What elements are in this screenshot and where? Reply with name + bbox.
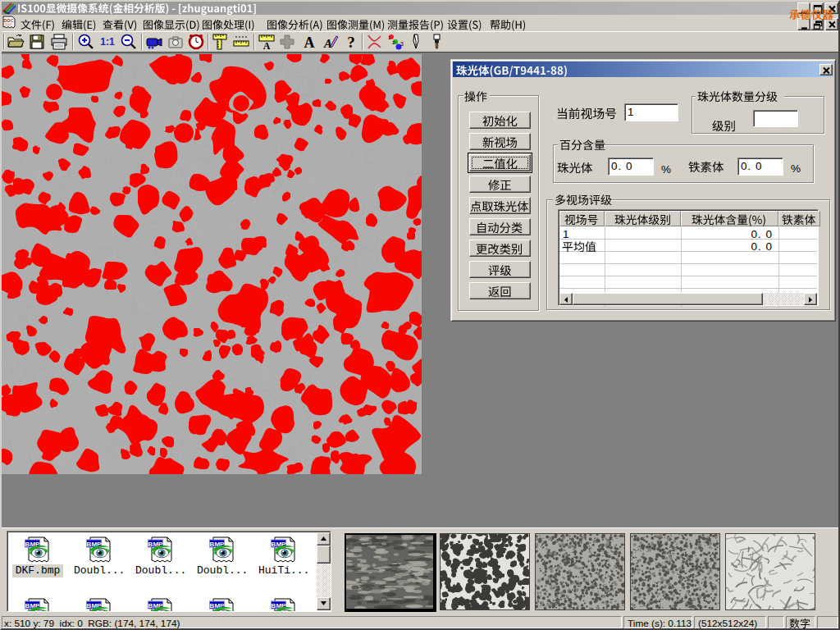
svg-text:3: 3 <box>400 41 404 47</box>
svg-text:?: ? <box>347 34 355 51</box>
svg-text:A: A <box>263 40 271 51</box>
svg-text:A: A <box>304 34 315 51</box>
svg-text:1:1: 1:1 <box>100 36 115 48</box>
svg-text:A: A <box>323 37 332 50</box>
svg-text:DOC: DOC <box>3 18 13 23</box>
